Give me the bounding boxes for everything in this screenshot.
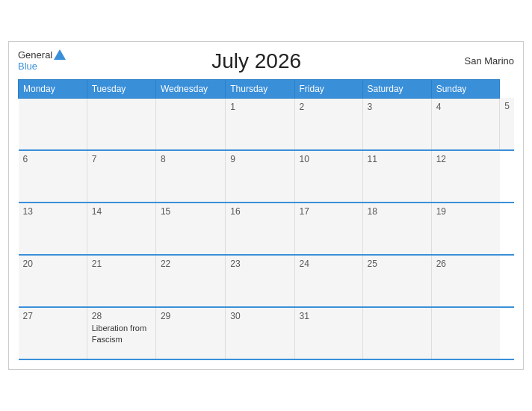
- calendar-cell: 10: [294, 150, 362, 203]
- calendar-cell: 14: [87, 203, 155, 255]
- day-number: 3: [368, 102, 427, 112]
- calendar-cell: 1: [226, 98, 294, 150]
- calendar-cell: 28Liberation from Fascism: [87, 307, 155, 359]
- calendar-cell: 23: [226, 255, 294, 307]
- day-number: 27: [23, 311, 82, 321]
- calendar-cell: 16: [226, 203, 294, 255]
- day-number: 5: [504, 101, 510, 111]
- day-number: 29: [161, 311, 220, 321]
- day-number: 22: [161, 259, 220, 269]
- calendar-cell: 3: [362, 98, 431, 150]
- day-number: 19: [436, 206, 495, 217]
- calendar-cell: 24: [294, 255, 362, 307]
- day-number: 21: [92, 259, 151, 269]
- logo-general: General: [18, 50, 52, 61]
- calendar-week-row: 13141516171819: [19, 203, 515, 255]
- header-sunday: Sunday: [431, 79, 500, 98]
- calendar-cell: 6: [19, 150, 87, 203]
- header-saturday: Saturday: [362, 79, 431, 98]
- day-number: 13: [23, 206, 82, 217]
- calendar-cell: 26: [431, 255, 500, 307]
- calendar-cell: 25: [362, 255, 431, 307]
- day-number: 17: [300, 206, 358, 217]
- calendar-cell: 31: [294, 307, 362, 359]
- day-number: 11: [368, 154, 427, 164]
- month-title: July 2026: [66, 49, 447, 73]
- calendar-week-row: 20212223242526: [19, 255, 515, 307]
- logo: General Blue: [18, 50, 66, 72]
- logo-triangle-icon: [54, 49, 66, 60]
- calendar-cell: 15: [155, 203, 225, 255]
- calendar-cell: [19, 98, 87, 150]
- day-number: 18: [368, 206, 427, 217]
- day-number: 2: [300, 102, 358, 112]
- day-number: 15: [161, 206, 220, 217]
- day-number: 26: [436, 259, 495, 269]
- weekday-header-row: Monday Tuesday Wednesday Thursday Friday…: [19, 79, 515, 98]
- day-number: 8: [161, 154, 220, 164]
- calendar-table: Monday Tuesday Wednesday Thursday Friday…: [18, 79, 514, 361]
- calendar-cell: [155, 98, 225, 150]
- calendar-cell: 9: [226, 150, 294, 203]
- calendar-cell: 19: [431, 203, 500, 255]
- calendar-cell: 18: [362, 203, 431, 255]
- calendar-cell: 20: [19, 255, 87, 307]
- logo-blue: Blue: [18, 61, 37, 72]
- day-number: 6: [23, 154, 82, 164]
- header-wednesday: Wednesday: [155, 79, 225, 98]
- calendar-cell: 27: [19, 307, 87, 359]
- calendar-header: General Blue July 2026 San Marino: [18, 49, 514, 73]
- day-number: 7: [92, 154, 151, 164]
- country-label: San Marino: [447, 55, 514, 67]
- day-number: 4: [436, 102, 495, 112]
- calendar-week-row: 12345: [19, 98, 515, 150]
- calendar-wrapper: General Blue July 2026 San Marino Monday…: [8, 41, 524, 371]
- day-number: 20: [23, 259, 82, 269]
- calendar-cell: [431, 307, 500, 359]
- day-number: 30: [230, 311, 289, 321]
- calendar-cell: 13: [19, 203, 87, 255]
- event-label: Liberation from Fascism: [92, 324, 146, 343]
- day-number: 9: [230, 154, 289, 164]
- day-number: 31: [300, 311, 358, 321]
- day-number: 25: [368, 259, 427, 269]
- day-number: 23: [230, 259, 289, 269]
- day-number: 16: [230, 206, 289, 217]
- calendar-cell: 8: [155, 150, 225, 203]
- header-friday: Friday: [294, 79, 362, 98]
- calendar-cell: 21: [87, 255, 155, 307]
- calendar-cell: 7: [87, 150, 155, 203]
- calendar-cell: 5: [500, 98, 514, 150]
- header-thursday: Thursday: [226, 79, 294, 98]
- calendar-cell: 4: [431, 98, 500, 150]
- day-number: 12: [436, 154, 495, 164]
- calendar-cell: 29: [155, 307, 225, 359]
- day-number: 14: [92, 206, 151, 217]
- calendar-cell: 22: [155, 255, 225, 307]
- calendar-cell: [362, 307, 431, 359]
- day-number: 1: [230, 102, 289, 112]
- calendar-cell: [87, 98, 155, 150]
- day-number: 28: [92, 311, 151, 321]
- calendar-cell: 11: [362, 150, 431, 203]
- day-number: 24: [300, 259, 358, 269]
- calendar-cell: 2: [294, 98, 362, 150]
- calendar-cell: 12: [431, 150, 500, 203]
- calendar-cell: 30: [226, 307, 294, 359]
- calendar-week-row: 6789101112: [19, 150, 515, 203]
- header-tuesday: Tuesday: [87, 79, 155, 98]
- calendar-cell: 17: [294, 203, 362, 255]
- header-monday: Monday: [19, 79, 87, 98]
- day-number: 10: [300, 154, 358, 164]
- calendar-week-row: 2728Liberation from Fascism293031: [19, 307, 515, 359]
